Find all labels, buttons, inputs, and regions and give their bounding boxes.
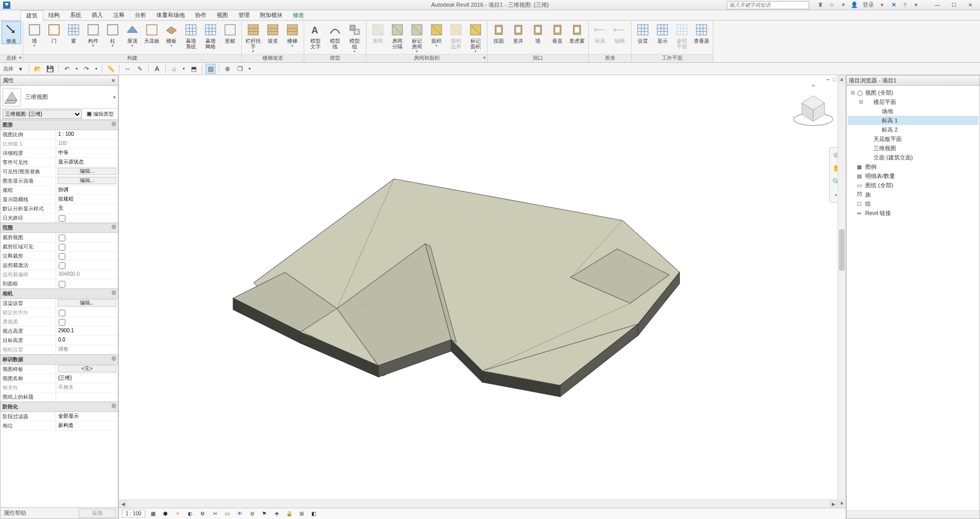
ribbon-楼梯-button[interactable]: 楼梯▾ <box>283 22 302 48</box>
tree-node[interactable]: 标高 1 <box>848 116 978 125</box>
tag-icon[interactable]: ✎ <box>135 64 145 74</box>
save-icon[interactable]: 💾 <box>45 64 55 74</box>
text-icon[interactable]: A <box>152 64 162 74</box>
help-icon[interactable]: ? <box>900 1 910 9</box>
constraints-icon[interactable]: 🔒 <box>285 510 293 518</box>
type-selector[interactable]: 三维视图 ▾ <box>1 86 118 109</box>
ribbon-设置-button[interactable]: 设置 <box>634 22 652 44</box>
apply-button[interactable]: 应用 <box>79 509 116 518</box>
open-icon[interactable]: 📂 <box>32 64 43 74</box>
prop-value-input[interactable] <box>58 195 116 202</box>
section-icon[interactable]: ⬒ <box>188 64 199 74</box>
help-dropdown-icon[interactable]: ▾ <box>911 1 921 9</box>
switch-window-icon[interactable]: ❐ <box>235 64 245 74</box>
login-label[interactable]: 登录 <box>861 1 876 9</box>
ribbon-竖井-button[interactable]: 竖井 <box>509 22 528 44</box>
tree-node[interactable]: ☐ 组 <box>848 199 978 208</box>
tree-node[interactable]: 场地 <box>848 106 978 116</box>
close-cross-icon[interactable]: ✕ <box>888 1 899 9</box>
detail-level-icon[interactable]: ▦ <box>149 510 157 518</box>
ribbon-柱-button[interactable]: 柱▾ <box>103 22 122 48</box>
tree-twisty-icon[interactable]: ⊟ <box>858 99 864 104</box>
tab-view[interactable]: 视图 <box>212 10 233 20</box>
panel-expand-icon[interactable]: ▾ <box>19 55 22 60</box>
rendering-icon[interactable]: ⚙ <box>199 510 207 518</box>
app-menu-button[interactable] <box>2 1 11 10</box>
ribbon-老虎窗-button[interactable]: 老虎窗 <box>568 22 586 44</box>
edit-type-button[interactable]: 🔳编辑类型 <box>84 110 116 118</box>
reveal-icon[interactable]: ⚑ <box>260 510 269 518</box>
prop-category[interactable]: 图形⮾ <box>1 120 118 130</box>
ribbon-墙-button[interactable]: 墙 <box>529 22 547 44</box>
sun-path-icon[interactable]: ☀ <box>174 510 182 518</box>
close-button[interactable]: ✕ <box>962 1 978 9</box>
tab-structure[interactable]: 结构 <box>43 10 65 20</box>
ribbon-门-button[interactable]: 门 <box>45 22 63 44</box>
ribbon-查看器-button[interactable]: 查看器 <box>692 22 711 44</box>
prop-category[interactable]: 阶段化⮾ <box>1 402 118 412</box>
prop-edit-button[interactable]: 编辑... <box>58 177 116 184</box>
prop-checkbox[interactable] <box>59 215 65 222</box>
tab-analyze[interactable]: 分析 <box>130 10 151 20</box>
tree-node[interactable]: 三维视图 <box>848 144 978 153</box>
thin-lines-icon[interactable]: ▤ <box>205 64 216 74</box>
highlight-icon[interactable]: ◧ <box>310 510 318 518</box>
prop-value-input[interactable] <box>58 131 116 137</box>
tree-node[interactable]: ▤ 明细表/数量 <box>848 171 978 181</box>
exchange-icon[interactable]: ✶ <box>838 1 848 9</box>
properties-close-icon[interactable]: ✕ <box>110 77 117 84</box>
temp-hide-icon[interactable]: ⊘ <box>248 510 256 518</box>
prop-checkbox[interactable] <box>59 244 65 250</box>
prop-value-input[interactable] <box>58 422 116 428</box>
ribbon-幕墙-系统-button[interactable]: 幕墙 系统 <box>182 22 200 49</box>
instance-selector[interactable]: 三维视图: {三维} <box>3 110 82 119</box>
panel-expand-icon[interactable]: ▾ <box>483 55 486 60</box>
prop-value-input[interactable] <box>58 186 116 193</box>
prop-value-input[interactable] <box>58 327 116 334</box>
prop-value-input[interactable] <box>58 393 116 400</box>
3d-dropdown-icon[interactable]: ▾ <box>181 64 186 74</box>
tab-modify[interactable]: 修改 <box>288 10 309 20</box>
ribbon-栏杆扶手-button[interactable]: 栏杆扶手▾ <box>244 22 262 53</box>
ribbon-竖梃-button[interactable]: 竖梃 <box>221 22 239 44</box>
tree-node[interactable]: 凹 族 <box>848 190 978 199</box>
ribbon-房间-分隔-button[interactable]: 房间 分隔 <box>388 22 407 49</box>
redo-icon[interactable]: ↷ <box>81 64 92 74</box>
tree-node[interactable]: 标高 2 <box>848 125 978 134</box>
3d-viewport[interactable]: ━ ☐ ✕ ◎ ✋ 🔍 ▾ <box>119 75 846 519</box>
ribbon-参照-平面-button[interactable]: 参照 平面 <box>673 22 691 49</box>
tab-massing[interactable]: 体量和场地 <box>151 10 190 20</box>
ribbon-模型-文字-button[interactable]: A 模型 文字 <box>306 22 325 49</box>
user-icon[interactable]: 👤 <box>849 1 860 9</box>
ribbon-模型-线-button[interactable]: 模型 线 <box>326 22 344 49</box>
scroll-thumb-v[interactable] <box>839 229 845 271</box>
undo-icon[interactable]: ↶ <box>62 64 72 74</box>
view-cube[interactable] <box>790 84 836 131</box>
ribbon-面积-button[interactable]: 面积▾ <box>427 22 446 48</box>
scroll-right-icon[interactable]: ▶ <box>829 500 837 508</box>
tab-addins[interactable]: 附加模块 <box>255 10 288 20</box>
viewport-scrollbar-vertical[interactable]: ▲ ▼ <box>837 75 846 508</box>
tree-node[interactable]: ▭ 图纸 (全部) <box>848 181 978 190</box>
tab-collaborate[interactable]: 协作 <box>190 10 212 20</box>
unhide-icon[interactable]: 👁 <box>236 510 244 518</box>
tree-node[interactable]: ⊟ 楼层平面 <box>848 97 978 106</box>
ribbon-按面-button[interactable]: 按面 <box>489 22 508 44</box>
close-hidden-icon[interactable]: ⊗ <box>222 64 233 74</box>
align-dim-icon[interactable]: ↔ <box>122 64 133 74</box>
tree-node[interactable]: 立面 (建筑立面) <box>848 153 978 162</box>
properties-help-link[interactable]: 属性帮助 <box>1 509 79 517</box>
tree-node[interactable]: ⊟ ◯ 视图 (全部) <box>848 88 978 97</box>
ribbon-窗-button[interactable]: 窗 <box>64 22 83 44</box>
prop-category[interactable]: 范围⮾ <box>1 223 118 233</box>
tab-systems[interactable]: 系统 <box>65 10 86 20</box>
ribbon-幕墙-网格-button[interactable]: 幕墙 网格 <box>201 22 220 49</box>
ribbon-屋顶-button[interactable]: 屋顶▾ <box>123 22 142 48</box>
select-dropdown-icon[interactable]: ▾ <box>15 64 26 74</box>
viewport-scrollbar-horizontal[interactable]: ◀ ▶ <box>119 499 837 508</box>
ribbon-垂直-button[interactable]: 垂直 <box>548 22 567 44</box>
prop-edit-button[interactable]: <无> <box>58 365 116 372</box>
crop-view-icon[interactable]: ✂ <box>211 510 219 518</box>
ribbon-显示-button[interactable]: 显示 <box>653 22 672 44</box>
ribbon-楼板-button[interactable]: 楼板▾ <box>162 22 181 48</box>
